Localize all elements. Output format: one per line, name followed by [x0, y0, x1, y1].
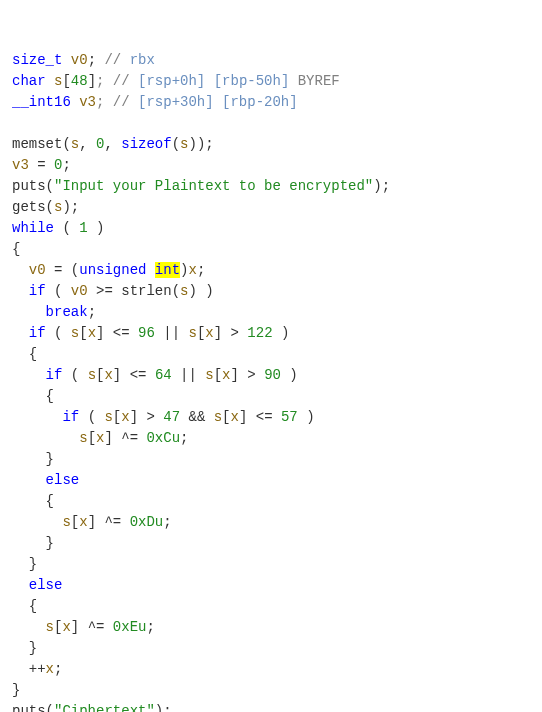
register: [rsp+0h] [rbp-50h]	[138, 73, 289, 89]
var: s	[54, 199, 62, 215]
var: x	[205, 325, 213, 341]
hex: 0xCu	[146, 430, 180, 446]
var: s	[180, 136, 188, 152]
line: char s[48]; // [rsp+0h] [rbp-50h] BYREF	[12, 73, 340, 89]
kw: else	[46, 472, 80, 488]
line: gets(s);	[12, 199, 79, 215]
var: v3	[12, 157, 29, 173]
kw: sizeof	[121, 136, 171, 152]
var: s	[180, 283, 188, 299]
line: s[x] ^= 0xEu;	[12, 619, 155, 635]
hex: 0xDu	[130, 514, 164, 530]
line: {	[12, 493, 54, 509]
num: 90	[264, 367, 281, 383]
func: strlen	[121, 283, 171, 299]
line: size_t v0; // rbx	[12, 52, 155, 68]
num: 1	[79, 220, 87, 236]
var: s	[205, 367, 213, 383]
kw: else	[29, 577, 63, 593]
line: }	[12, 451, 54, 467]
line: }	[12, 682, 20, 698]
string: "Ciphertext"	[54, 703, 155, 712]
line: }	[12, 535, 54, 551]
kw: unsigned	[79, 262, 146, 278]
line: else	[12, 577, 62, 593]
func: gets	[12, 199, 46, 215]
line: if ( v0 >= strlen(s) )	[12, 283, 214, 299]
num: 0	[54, 157, 62, 173]
code-block: size_t v0; // rbx char s[48]; // [rsp+0h…	[12, 50, 530, 712]
line: while ( 1 )	[12, 220, 104, 236]
var: x	[188, 262, 196, 278]
line: v0 = (unsigned int)x;	[12, 262, 205, 278]
num: 122	[247, 325, 272, 341]
var: v3	[79, 94, 96, 110]
kw: if	[46, 367, 63, 383]
comment: ; //	[96, 94, 138, 110]
line: {	[12, 388, 54, 404]
kw: if	[62, 409, 79, 425]
var: x	[46, 661, 54, 677]
line: memset(s, 0, sizeof(s));	[12, 136, 214, 152]
var: s	[46, 619, 54, 635]
string: "Input your Plaintext to be encrypted"	[54, 178, 373, 194]
num: 47	[163, 409, 180, 425]
var: v0	[71, 283, 88, 299]
line: if ( s[x] <= 96 || s[x] > 122 )	[12, 325, 289, 341]
hex: 0xEu	[113, 619, 147, 635]
var: x	[88, 325, 96, 341]
register: rbx	[130, 52, 155, 68]
var: x	[96, 430, 104, 446]
line: {	[12, 346, 37, 362]
num: 48	[71, 73, 88, 89]
var: v0	[71, 52, 88, 68]
comment: ; //	[96, 73, 138, 89]
line: v3 = 0;	[12, 157, 71, 173]
num: 0	[96, 136, 104, 152]
line: }	[12, 640, 37, 656]
func: puts	[12, 178, 46, 194]
var: x	[104, 367, 112, 383]
var: s	[88, 367, 96, 383]
var: s	[189, 325, 197, 341]
type-kw: char	[12, 73, 46, 89]
line: else	[12, 472, 79, 488]
line: s[x] ^= 0xDu;	[12, 514, 172, 530]
comment: //	[104, 52, 129, 68]
var: x	[222, 367, 230, 383]
var: x	[121, 409, 129, 425]
line: ++x;	[12, 661, 62, 677]
line: puts("Ciphertext");	[12, 703, 172, 712]
line: __int16 v3; // [rsp+30h] [rbp-20h]	[12, 94, 298, 110]
line: if ( s[x] <= 64 || s[x] > 90 )	[12, 367, 298, 383]
var: s	[104, 409, 112, 425]
byref: BYREF	[289, 73, 339, 89]
type-kw: __int16	[12, 94, 71, 110]
var: s	[71, 325, 79, 341]
var: x	[79, 514, 87, 530]
kw-highlighted: int	[155, 262, 180, 278]
line: puts("Input your Plaintext to be encrypt…	[12, 178, 390, 194]
line: break;	[12, 304, 96, 320]
num: 57	[281, 409, 298, 425]
var: x	[231, 409, 239, 425]
var: x	[62, 619, 70, 635]
line: s[x] ^= 0xCu;	[12, 430, 188, 446]
line: }	[12, 556, 37, 572]
num: 64	[155, 367, 172, 383]
func: puts	[12, 703, 46, 712]
kw: if	[29, 325, 46, 341]
kw: if	[29, 283, 46, 299]
kw: break	[46, 304, 88, 320]
var: v0	[29, 262, 46, 278]
var: s	[214, 409, 222, 425]
type-kw: size_t	[12, 52, 62, 68]
line: {	[12, 241, 20, 257]
var: s	[79, 430, 87, 446]
line: if ( s[x] > 47 && s[x] <= 57 )	[12, 409, 315, 425]
var: s	[54, 73, 62, 89]
var: s	[71, 136, 79, 152]
line: {	[12, 598, 37, 614]
func: memset	[12, 136, 62, 152]
kw: while	[12, 220, 54, 236]
